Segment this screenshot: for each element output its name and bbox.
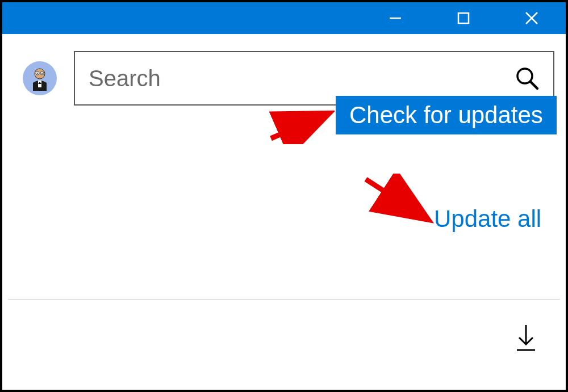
maximize-icon	[456, 11, 471, 26]
svg-point-8	[37, 73, 38, 74]
search-icon	[515, 66, 540, 91]
annotation-arrow-2	[360, 174, 434, 225]
avatar-icon	[27, 66, 52, 91]
close-icon	[523, 10, 540, 27]
svg-line-17	[271, 115, 326, 138]
maximize-button[interactable]	[429, 2, 498, 34]
svg-line-19	[366, 179, 425, 218]
close-button[interactable]	[498, 2, 566, 34]
minimize-icon	[388, 11, 403, 26]
divider	[8, 299, 560, 300]
update-all-link[interactable]: Update all	[434, 205, 541, 233]
check-for-updates-button[interactable]: Check for updates	[336, 96, 557, 134]
search-input[interactable]	[89, 66, 515, 91]
annotation-arrow-1	[266, 104, 335, 144]
minimize-button[interactable]	[361, 2, 429, 34]
download-icon	[515, 324, 537, 352]
svg-rect-1	[458, 13, 469, 23]
svg-point-9	[41, 73, 43, 74]
avatar[interactable]	[23, 61, 57, 95]
svg-line-13	[531, 82, 537, 88]
window-controls	[361, 2, 566, 34]
content-area	[2, 34, 566, 106]
download-button[interactable]	[515, 324, 537, 352]
titlebar	[2, 2, 566, 34]
